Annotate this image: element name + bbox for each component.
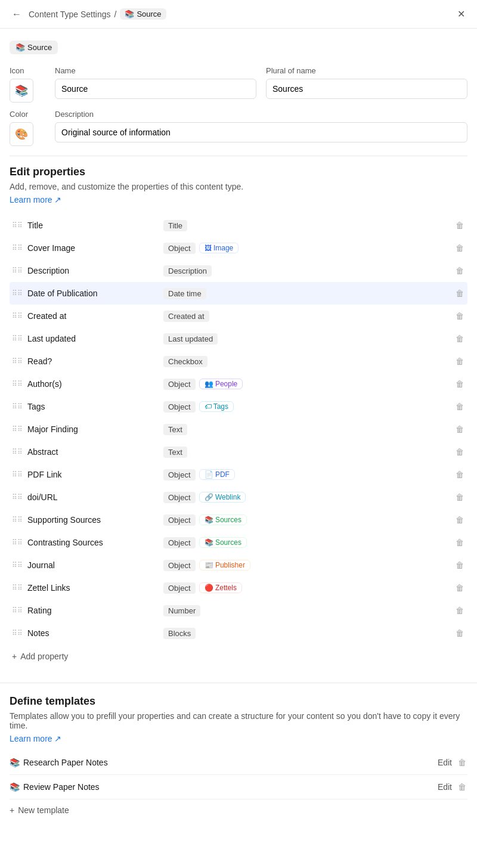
delete-property-button[interactable]: 🗑 bbox=[454, 582, 465, 594]
back-button[interactable]: ← bbox=[10, 7, 24, 22]
templates-desc: Templates allow you to prefill your prop… bbox=[10, 711, 467, 730]
delete-property-button[interactable]: 🗑 bbox=[454, 469, 465, 480]
drag-handle[interactable]: ⠿⠿ bbox=[12, 425, 23, 433]
relation-badge[interactable]: 📰 Publisher bbox=[199, 560, 250, 571]
drag-handle[interactable]: ⠿⠿ bbox=[12, 244, 23, 252]
delete-property-button[interactable]: 🗑 bbox=[454, 446, 465, 458]
icon-button[interactable]: 📚 bbox=[10, 79, 33, 103]
relation-badge[interactable]: 📚 Sources bbox=[199, 537, 247, 548]
delete-property-button[interactable]: 🗑 bbox=[454, 265, 465, 277]
property-row: ⠿⠿ Abstract Text 🗑 bbox=[10, 441, 467, 463]
drag-handle[interactable]: ⠿⠿ bbox=[12, 448, 23, 456]
delete-property-button[interactable]: 🗑 bbox=[454, 219, 465, 231]
property-type: Object 📄 PDF bbox=[163, 469, 450, 480]
drag-handle[interactable]: ⠿⠿ bbox=[12, 516, 23, 524]
drag-handle[interactable]: ⠿⠿ bbox=[12, 312, 23, 320]
learn-more-link-1[interactable]: Learn more ↗ bbox=[10, 195, 61, 204]
relation-badge[interactable]: 📄 PDF bbox=[199, 469, 235, 480]
source-tag-label: Source bbox=[27, 43, 52, 52]
delete-property-button[interactable]: 🗑 bbox=[454, 287, 465, 299]
type-badge: Object bbox=[163, 514, 196, 526]
property-name: Read? bbox=[27, 356, 159, 366]
drag-handle[interactable]: ⠿⠿ bbox=[12, 266, 23, 275]
header-left: ← Content Type Settings / 📚 Source bbox=[10, 7, 166, 22]
template-actions: Edit 🗑 bbox=[438, 781, 467, 793]
delete-property-button[interactable]: 🗑 bbox=[454, 537, 465, 548]
drag-handle[interactable]: ⠿⠿ bbox=[12, 402, 23, 411]
type-badge: Object bbox=[163, 560, 196, 571]
property-actions: 🗑 bbox=[454, 559, 465, 571]
property-actions: 🗑 bbox=[454, 446, 465, 458]
property-name: Cover Image bbox=[27, 243, 159, 253]
desc-label: Description bbox=[55, 110, 467, 119]
drag-handle[interactable]: ⠿⠿ bbox=[12, 380, 23, 388]
relation-badge[interactable]: 📚 Sources bbox=[199, 514, 247, 525]
color-button[interactable]: 🎨 bbox=[10, 122, 33, 146]
plural-input[interactable] bbox=[266, 79, 467, 99]
type-badge: Text bbox=[163, 424, 187, 435]
property-actions: 🗑 bbox=[454, 265, 465, 277]
drag-handle[interactable]: ⠿⠿ bbox=[12, 561, 23, 569]
edit-template-link[interactable]: Edit bbox=[438, 758, 452, 767]
property-row: ⠿⠿ Last updated Last updated 🗑 bbox=[10, 327, 467, 350]
delete-property-button[interactable]: 🗑 bbox=[454, 491, 465, 503]
desc-input[interactable] bbox=[55, 122, 467, 142]
delete-property-button[interactable]: 🗑 bbox=[454, 423, 465, 435]
property-name: Major Finding bbox=[27, 424, 159, 434]
delete-property-button[interactable]: 🗑 bbox=[454, 355, 465, 367]
drag-handle[interactable]: ⠿⠿ bbox=[12, 629, 23, 637]
add-property-button[interactable]: + Add property bbox=[10, 647, 467, 666]
property-actions: 🗑 bbox=[454, 242, 465, 254]
delete-property-button[interactable]: 🗑 bbox=[454, 627, 465, 639]
breadcrumb: Content Type Settings / 📚 Source bbox=[29, 8, 166, 20]
drag-handle[interactable]: ⠿⠿ bbox=[12, 334, 23, 343]
breadcrumb-label: Source bbox=[137, 10, 161, 18]
drag-handle[interactable]: ⠿⠿ bbox=[12, 221, 23, 230]
property-row: ⠿⠿ Title Title 🗑 bbox=[10, 214, 467, 237]
delete-template-button[interactable]: 🗑 bbox=[457, 757, 467, 768]
property-name: Date of Publication bbox=[27, 289, 159, 298]
template-icon: 📚 bbox=[10, 758, 20, 767]
delete-property-button[interactable]: 🗑 bbox=[454, 333, 465, 345]
name-label: Name bbox=[55, 66, 256, 75]
external-link-icon-2: ↗ bbox=[54, 734, 61, 743]
property-row: ⠿⠿ Tags Object 🏷 Tags 🗑 bbox=[10, 395, 467, 418]
relation-badge[interactable]: 🔗 Weblink bbox=[199, 492, 246, 503]
delete-property-button[interactable]: 🗑 bbox=[454, 559, 465, 571]
relation-badge[interactable]: 🖼 Image bbox=[199, 243, 239, 253]
delete-property-button[interactable]: 🗑 bbox=[454, 401, 465, 413]
property-name: Notes bbox=[27, 628, 159, 638]
edit-properties-desc: Add, remove, and customize the propertie… bbox=[10, 182, 467, 191]
property-name: Zettel Links bbox=[27, 583, 159, 593]
drag-handle[interactable]: ⠿⠿ bbox=[12, 470, 23, 479]
relation-badge[interactable]: 👥 People bbox=[199, 379, 243, 389]
header: ← Content Type Settings / 📚 Source ✕ bbox=[0, 0, 477, 29]
template-name: 📚 Research Paper Notes bbox=[10, 758, 433, 767]
name-input[interactable] bbox=[55, 79, 256, 99]
delete-property-button[interactable]: 🗑 bbox=[454, 242, 465, 254]
edit-template-link[interactable]: Edit bbox=[438, 782, 452, 792]
close-button[interactable]: ✕ bbox=[455, 6, 467, 22]
delete-template-button[interactable]: 🗑 bbox=[457, 781, 467, 793]
drag-handle[interactable]: ⠿⠿ bbox=[12, 357, 23, 365]
drag-handle[interactable]: ⠿⠿ bbox=[12, 289, 23, 297]
delete-property-button[interactable]: 🗑 bbox=[454, 514, 465, 526]
drag-handle[interactable]: ⠿⠿ bbox=[12, 606, 23, 615]
type-badge: Checkbox bbox=[163, 356, 207, 367]
relation-badge[interactable]: 🏷 Tags bbox=[199, 401, 234, 412]
drag-handle[interactable]: ⠿⠿ bbox=[12, 493, 23, 501]
drag-handle[interactable]: ⠿⠿ bbox=[12, 538, 23, 547]
learn-more-link-2[interactable]: Learn more ↗ bbox=[10, 734, 61, 743]
main-content: 📚 Source Icon 📚 Name Plural of name Colo… bbox=[0, 29, 477, 678]
drag-handle[interactable]: ⠿⠿ bbox=[12, 584, 23, 592]
icon-label: Icon bbox=[10, 66, 45, 75]
property-actions: 🗑 bbox=[454, 401, 465, 413]
delete-property-button[interactable]: 🗑 bbox=[454, 378, 465, 390]
property-actions: 🗑 bbox=[454, 287, 465, 299]
properties-list: ⠿⠿ Title Title 🗑 ⠿⠿ Cover Image Object 🖼… bbox=[10, 214, 467, 644]
delete-property-button[interactable]: 🗑 bbox=[454, 310, 465, 322]
relation-badge[interactable]: 🔴 Zettels bbox=[199, 582, 242, 593]
delete-property-button[interactable]: 🗑 bbox=[454, 604, 465, 616]
new-template-button[interactable]: + New template bbox=[10, 799, 467, 821]
property-type: Text bbox=[163, 447, 450, 458]
